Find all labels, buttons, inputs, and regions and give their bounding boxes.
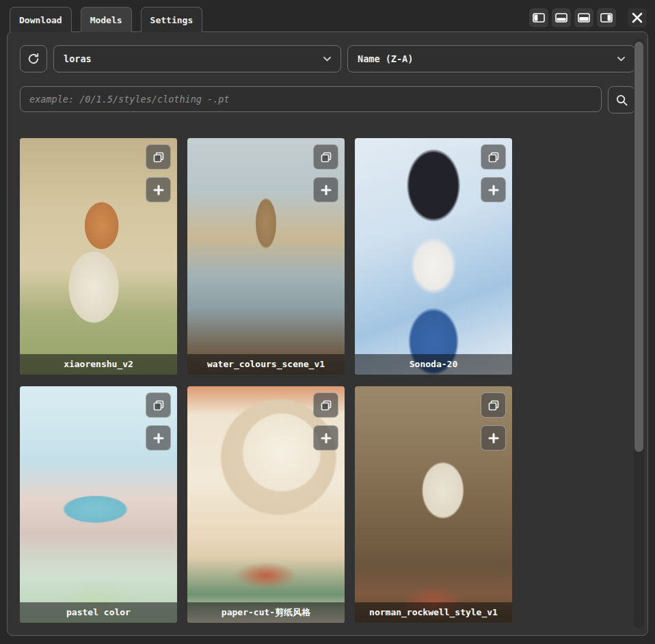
models-panel: loras Name (Z-A) — [7, 31, 648, 636]
scrollbar[interactable] — [634, 39, 644, 628]
add-model-button[interactable] — [481, 177, 506, 202]
add-model-button[interactable] — [313, 177, 338, 202]
model-card-paper-cut[interactable]: paper-cut-剪纸风格 — [187, 386, 345, 623]
model-card-pastel-color[interactable]: pastel color — [20, 386, 177, 623]
model-card-sonoda-20[interactable]: Sonoda-20 — [355, 138, 512, 375]
model-name: water_colours_scene_v1 — [187, 354, 345, 375]
dock-bottom-large-icon — [578, 13, 590, 23]
copy-model-button[interactable] — [481, 144, 506, 170]
model-name: Sonoda-20 — [355, 354, 512, 375]
copy-icon — [487, 399, 500, 412]
add-model-button[interactable] — [313, 425, 338, 451]
panel-content: loras Name (Z-A) — [8, 32, 647, 623]
plus-icon — [320, 184, 332, 196]
refresh-icon — [27, 52, 40, 66]
layout-dock-bottom-large-button[interactable] — [574, 8, 593, 27]
copy-model-button[interactable] — [313, 392, 338, 418]
model-name: pastel color — [20, 602, 177, 623]
search-input[interactable] — [20, 86, 602, 112]
chevron-down-icon — [323, 57, 331, 62]
add-model-button[interactable] — [146, 177, 171, 202]
model-card-water-colours-scene-v1[interactable]: water_colours_scene_v1 — [187, 138, 345, 375]
plus-icon — [487, 432, 500, 444]
model-name: xiaorenshu_v2 — [20, 354, 177, 375]
copy-model-button[interactable] — [146, 144, 171, 170]
window-buttons — [529, 8, 647, 28]
controls-row: loras Name (Z-A) — [20, 45, 635, 72]
model-card-xiaorenshu-v2[interactable]: xiaorenshu_v2 — [20, 138, 177, 375]
model-name: norman_rockwell_style_v1 — [355, 602, 512, 623]
copy-icon — [320, 399, 332, 412]
search-button[interactable] — [608, 86, 635, 113]
copy-model-button[interactable] — [146, 392, 171, 418]
sort-select[interactable]: Name (Z-A) — [347, 45, 635, 72]
close-icon — [631, 12, 643, 24]
dock-right-icon — [600, 13, 613, 23]
plus-icon — [320, 432, 332, 444]
refresh-button[interactable] — [20, 45, 47, 72]
tab-models[interactable]: Models — [81, 7, 132, 32]
dock-bottom-icon — [555, 13, 567, 23]
plus-icon — [152, 432, 165, 444]
model-card-norman-rockwell-style-v1[interactable]: norman_rockwell_style_v1 — [355, 386, 512, 623]
copy-icon — [320, 151, 332, 163]
layout-dock-bottom-button[interactable] — [552, 8, 571, 27]
copy-icon — [487, 151, 500, 163]
model-manager-window: Download Models Settings — [0, 0, 655, 644]
tab-bar: Download Models Settings — [10, 7, 647, 32]
close-button[interactable] — [628, 8, 647, 27]
copy-model-button[interactable] — [481, 392, 506, 418]
copy-model-button[interactable] — [313, 144, 338, 170]
tab-settings[interactable]: Settings — [141, 7, 203, 32]
copy-icon — [152, 399, 165, 412]
layout-dock-left-button[interactable] — [529, 8, 548, 27]
add-model-button[interactable] — [481, 425, 506, 451]
sort-value: Name (Z-A) — [358, 53, 413, 64]
model-name: paper-cut-剪纸风格 — [187, 602, 345, 623]
plus-icon — [152, 184, 165, 196]
model-type-value: loras — [64, 53, 92, 64]
search-row — [20, 86, 635, 113]
plus-icon — [487, 184, 500, 196]
model-grid: xiaorenshu_v2 water_colours_scene_v1 — [20, 138, 635, 623]
chevron-down-icon — [617, 57, 625, 62]
copy-icon — [152, 151, 165, 163]
add-model-button[interactable] — [146, 425, 171, 451]
model-type-select[interactable]: loras — [53, 45, 341, 72]
tabs: Download Models Settings — [10, 7, 202, 32]
scrollbar-thumb[interactable] — [634, 42, 643, 452]
layout-dock-right-button[interactable] — [597, 8, 616, 27]
search-icon — [615, 94, 628, 107]
tab-download[interactable]: Download — [10, 7, 72, 32]
dock-left-icon — [533, 13, 545, 23]
